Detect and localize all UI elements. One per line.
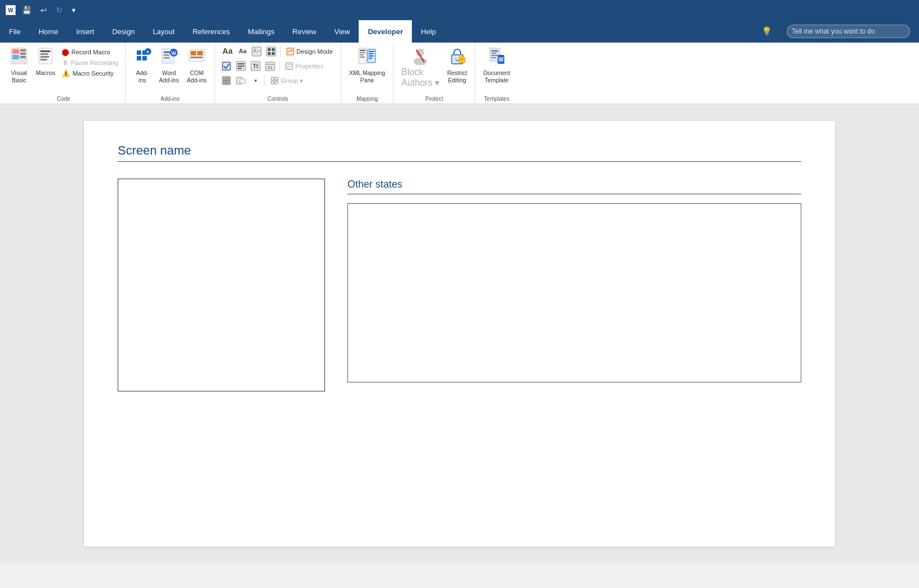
picture-tools2-button[interactable] — [234, 74, 248, 87]
svg-rect-20 — [164, 57, 170, 59]
svg-rect-68 — [369, 58, 372, 59]
visual-basic-label: VisualBasic — [11, 69, 27, 83]
svg-rect-31 — [272, 48, 275, 51]
redo-button[interactable]: ↻ — [53, 4, 66, 16]
menu-view[interactable]: View — [325, 20, 359, 43]
tell-me-container — [787, 25, 910, 38]
macro-security-label: Macro Security — [72, 70, 113, 77]
svg-rect-9 — [40, 56, 49, 58]
ribbon-group-templates: W DocumentTemplate Templates — [475, 43, 518, 104]
svg-rect-3 — [20, 49, 26, 52]
aa-small-button[interactable]: Aa — [236, 45, 249, 57]
lightbulb-icon: 💡 — [762, 26, 772, 36]
xml-mapping-icon — [358, 47, 377, 67]
tell-me-input[interactable] — [787, 25, 910, 38]
svg-rect-39 — [238, 68, 242, 69]
xml-mapping-pane-button[interactable]: XML MappingPane — [346, 45, 388, 86]
menu-developer[interactable]: Developer — [359, 20, 412, 43]
dropdown-arrow[interactable]: ▾ — [249, 74, 262, 87]
svg-rect-56 — [275, 77, 278, 80]
properties-button[interactable]: Properties — [282, 61, 327, 71]
title-bar: W 💾 ↩ ↻ ▾ — [0, 0, 919, 20]
addins-button[interactable]: + Add-ins — [130, 45, 155, 86]
block-authors-icon — [411, 47, 430, 67]
word-addins-button[interactable]: W WordAdd-ins — [156, 45, 183, 86]
svg-text:Tt: Tt — [253, 63, 258, 69]
menu-mailings[interactable]: Mailings — [239, 20, 284, 43]
svg-rect-65 — [369, 51, 374, 52]
svg-rect-4 — [20, 53, 26, 55]
menu-bar: File Home Insert Design Layout Reference… — [0, 20, 919, 43]
date-control-button[interactable]: 31 — [263, 59, 277, 73]
list-control-button[interactable] — [234, 59, 248, 73]
menu-references[interactable]: References — [184, 20, 239, 43]
visual-basic-button[interactable]: VisualBasic — [7, 45, 31, 86]
code-group-label: Code — [7, 95, 120, 102]
macros-icon — [38, 47, 53, 67]
properties-label: Properties — [295, 63, 323, 69]
macros-button[interactable]: Macros — [33, 45, 58, 79]
svg-point-76 — [461, 59, 462, 60]
svg-rect-58 — [275, 81, 278, 84]
design-mode-button[interactable]: Design Mode — [283, 46, 336, 57]
ribbon-group-controls: Aa Aa Design Mode — [215, 43, 341, 104]
svg-rect-8 — [40, 53, 48, 55]
separator — [280, 46, 281, 57]
svg-rect-7 — [40, 50, 50, 52]
svg-rect-25 — [197, 51, 203, 55]
save-button[interactable]: 💾 — [19, 4, 34, 16]
svg-rect-78 — [491, 50, 498, 52]
menu-file[interactable]: File — [0, 20, 30, 43]
templates-group-label: Templates — [480, 95, 513, 102]
svg-rect-52 — [226, 81, 230, 85]
pause-recording-button[interactable]: ⏸ Pause Recording — [59, 58, 120, 68]
com-addins-icon — [188, 47, 206, 67]
addins-group-content: + Add-ins W WordAdd-ins — [130, 45, 210, 94]
group-label: Group ▾ — [281, 77, 303, 85]
document-area: Screen name Other states — [0, 104, 919, 563]
legacy-tools-button[interactable] — [220, 74, 233, 87]
menu-help[interactable]: Help — [412, 20, 445, 43]
right-content-section: Other states — [347, 179, 801, 382]
svg-text:31: 31 — [268, 65, 273, 70]
text-control-button[interactable]: Tt — [249, 59, 262, 73]
svg-rect-79 — [491, 53, 496, 54]
document-template-icon: W — [488, 47, 505, 67]
visual-basic-icon — [10, 47, 28, 67]
picture-control-button[interactable] — [250, 45, 263, 58]
com-addins-button[interactable]: COMAdd-ins — [183, 45, 210, 86]
checkbox-control-button[interactable] — [220, 59, 233, 73]
record-macro-button[interactable]: ⬤ Record Macro — [59, 47, 120, 57]
design-mode-label: Design Mode — [296, 48, 333, 55]
media-control-button[interactable] — [264, 45, 278, 58]
protect-group-label: Protect — [398, 95, 470, 102]
macro-security-button[interactable]: ⚠️ Macro Security — [59, 68, 120, 78]
group-button[interactable]: Group ▾ — [267, 76, 307, 86]
macros-label: Macros — [36, 69, 55, 77]
ribbon-group-mapping: XML MappingPane Mapping — [341, 43, 393, 104]
svg-text:W: W — [499, 57, 504, 63]
macro-security-icon: ⚠️ — [62, 69, 70, 77]
menu-insert[interactable]: Insert — [67, 20, 104, 43]
ribbon: VisualBasic Macros ⬤ — [0, 43, 919, 104]
block-authors-button[interactable]: BlockAuthors ▾ — [398, 45, 443, 90]
restrict-editing-button[interactable]: RestrictEditing — [444, 45, 471, 86]
undo-button[interactable]: ↩ — [38, 4, 50, 16]
svg-rect-34 — [287, 48, 294, 55]
svg-rect-55 — [271, 77, 274, 80]
quick-access-dropdown[interactable]: ▾ — [69, 4, 78, 16]
ribbon-group-code: VisualBasic Macros ⬤ — [2, 43, 126, 104]
restrict-editing-label: RestrictEditing — [447, 69, 467, 83]
menu-layout[interactable]: Layout — [144, 20, 184, 43]
menu-home[interactable]: Home — [30, 20, 67, 43]
menu-design[interactable]: Design — [103, 20, 143, 43]
document-template-label: DocumentTemplate — [483, 69, 510, 83]
controls-group-label: Controls — [220, 95, 336, 102]
svg-rect-2 — [12, 55, 19, 59]
svg-rect-81 — [491, 57, 496, 58]
document-template-button[interactable]: W DocumentTemplate — [480, 45, 513, 86]
svg-text:W: W — [171, 50, 176, 56]
menu-review[interactable]: Review — [284, 20, 326, 43]
aa-large-button[interactable]: Aa — [220, 45, 235, 57]
addins-label: Add-ins — [136, 69, 148, 83]
